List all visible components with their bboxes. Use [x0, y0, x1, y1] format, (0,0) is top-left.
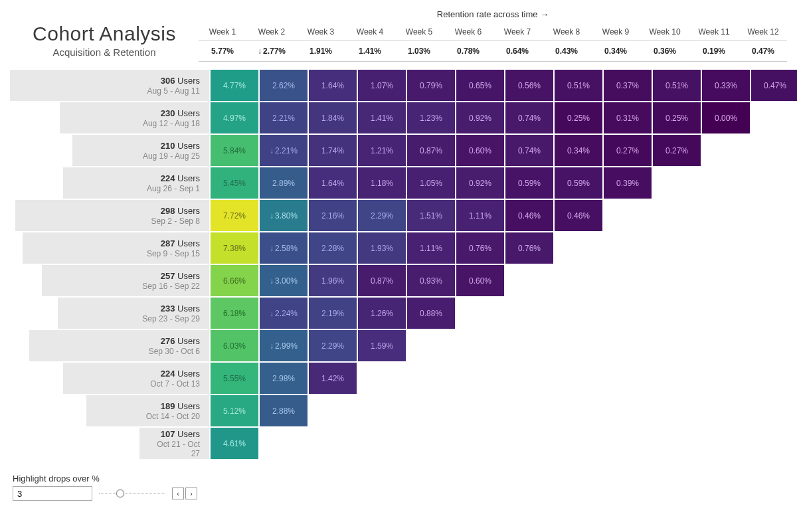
- drop-arrow-icon: ↓: [258, 46, 262, 56]
- heatmap-cell: 1.59%: [358, 330, 406, 361]
- cohort-grid: 306 UsersAug 5 - Aug 114.77%2.62%1.64%1.…: [10, 70, 787, 459]
- heatmap-cell-empty: [653, 298, 701, 329]
- cohort-row-label-col: 233 UsersSep 23 - Sep 29: [10, 298, 209, 329]
- average-row: 5.77%↓2.77%1.91%1.41%1.03%0.78%0.64%0.43…: [199, 41, 787, 62]
- cohort-date-range: Sep 16 - Sep 22: [51, 282, 200, 291]
- drop-arrow-icon: ↓: [270, 309, 274, 318]
- heatmap-cell-empty: [555, 265, 602, 296]
- cohort-users: 210 Users: [82, 141, 200, 151]
- stepper-increase-button[interactable]: ›: [185, 488, 197, 499]
- cohort-users: 189 Users: [96, 401, 200, 411]
- cohort-users: 287 Users: [32, 238, 200, 248]
- heatmap-cell-empty: [751, 428, 797, 459]
- heatmap-cell: ↓3.80%: [260, 200, 308, 231]
- heatmap-cell: 0.46%: [555, 200, 602, 231]
- highlight-threshold-slider[interactable]: [99, 489, 165, 498]
- heatmap-cell-empty: [555, 232, 602, 264]
- heatmap-cell-empty: [751, 167, 797, 199]
- heatmap-cell: 7.38%: [211, 232, 258, 264]
- retention-axis-label: Retention rate across time →: [199, 7, 787, 23]
- heatmap-cell: 0.27%: [604, 135, 652, 166]
- drop-arrow-icon: ↓: [270, 146, 274, 155]
- heatmap-cell-empty: [358, 395, 406, 426]
- cohort-date-range: Aug 12 - Aug 18: [69, 119, 200, 128]
- week-header: Week 8: [543, 23, 590, 41]
- cohort-row: 189 UsersOct 14 - Oct 205.12%2.88%: [10, 395, 787, 426]
- cohort-row-label: 306 UsersAug 5 - Aug 11: [10, 70, 209, 101]
- heatmap-cell: 2.21%: [260, 102, 308, 133]
- cohort-date-range: Sep 2 - Sep 8: [25, 217, 200, 226]
- heatmap-cell-empty: [751, 200, 797, 231]
- heatmap-cell: 2.29%: [309, 330, 357, 361]
- page-subtitle: Acquisition & Retention: [17, 46, 192, 58]
- stepper-decrease-button[interactable]: ‹: [172, 488, 184, 499]
- week-average: ↓2.77%: [248, 41, 296, 61]
- heatmap-cell-empty: [358, 428, 406, 459]
- heatmap-cell: 5.12%: [211, 395, 258, 426]
- cohort-row-label: 287 UsersSep 9 - Sep 15: [23, 232, 209, 264]
- heatmap-cell: 1.11%: [407, 232, 455, 264]
- heatmap-cell: 0.79%: [407, 70, 455, 101]
- heatmap-cell: 1.21%: [358, 135, 406, 166]
- heatmap-cell: 1.84%: [309, 102, 357, 133]
- heatmap-cell-empty: [505, 298, 553, 329]
- cohort-row-label: 107 UsersOct 21 - Oct 27: [139, 428, 209, 459]
- heatmap-cell: 2.28%: [309, 232, 357, 264]
- heatmap-cell: 4.97%: [211, 102, 258, 133]
- heatmap-cell-empty: [751, 330, 797, 361]
- heatmap-cell: 1.07%: [358, 70, 406, 101]
- heatmap-cell: ↓3.00%: [260, 265, 308, 296]
- heatmap-cell-empty: [653, 363, 701, 394]
- cohort-users: 224 Users: [72, 369, 200, 379]
- heatmap-cell: 1.18%: [358, 167, 406, 199]
- cohort-row-label-col: 189 UsersOct 14 - Oct 20: [10, 395, 209, 426]
- heatmap-cell: ↓2.58%: [260, 232, 308, 264]
- cohort-date-range: Sep 9 - Sep 15: [32, 249, 200, 258]
- cohort-row-label: 233 UsersSep 23 - Sep 29: [58, 298, 209, 329]
- heatmap-cell-empty: [505, 428, 553, 459]
- heatmap-cell: 0.59%: [555, 167, 602, 199]
- week-average: 5.77%: [199, 41, 246, 61]
- week-average: 0.19%: [690, 41, 738, 61]
- week-header: Week 4: [346, 23, 394, 41]
- heatmap-cell: 0.60%: [456, 265, 504, 296]
- heatmap-cell-empty: [407, 330, 455, 361]
- cohort-row: 210 UsersAug 19 - Aug 255.84%↓2.21%1.74%…: [10, 135, 787, 166]
- heatmap-cell-empty: [260, 428, 308, 459]
- slider-thumb[interactable]: [116, 489, 124, 497]
- week-header: Week 12: [739, 23, 787, 41]
- cohort-row: 257 UsersSep 16 - Sep 226.66%↓3.00%1.96%…: [10, 265, 787, 296]
- heatmap-cell: 1.93%: [358, 232, 406, 264]
- heatmap-cell: ↓2.21%: [260, 135, 308, 166]
- heatmap-cell: 0.76%: [456, 232, 504, 264]
- week-header: Week 9: [592, 23, 640, 41]
- week-header: Week 10: [641, 23, 689, 41]
- heatmap-cell: 5.45%: [211, 167, 258, 199]
- heatmap-cell: 0.93%: [407, 265, 455, 296]
- cohort-users: 276 Users: [39, 336, 200, 346]
- highlight-threshold-input[interactable]: [13, 486, 92, 501]
- cohort-row-label: 298 UsersSep 2 - Sep 8: [15, 200, 209, 231]
- heatmap-cell: 0.74%: [505, 102, 553, 133]
- cohort-users: 107 Users: [149, 429, 200, 439]
- heatmap-cell-empty: [505, 395, 553, 426]
- cohort-date-range: Oct 21 - Oct 27: [149, 440, 200, 458]
- cohort-users: 230 Users: [69, 108, 200, 118]
- heatmap-cell-empty: [702, 200, 750, 231]
- heatmap-cell-empty: [505, 265, 553, 296]
- cohort-row-label-col: 230 UsersAug 12 - Aug 18: [10, 102, 209, 133]
- heatmap-cell-empty: [604, 298, 652, 329]
- heatmap-cell: 0.31%: [604, 102, 652, 133]
- heatmap-cell: 5.84%: [211, 135, 258, 166]
- cohort-row-label-col: 298 UsersSep 2 - Sep 8: [10, 200, 209, 231]
- heatmap-cell-empty: [456, 298, 504, 329]
- heatmap-cell: ↓2.99%: [260, 330, 308, 361]
- slider-track: [99, 493, 165, 493]
- drop-arrow-icon: ↓: [270, 211, 274, 221]
- header: Cohort Analysis Acquisition & Retention …: [10, 7, 787, 62]
- heatmap-cell-empty: [604, 363, 652, 394]
- cohort-row: 230 UsersAug 12 - Aug 184.97%2.21%1.84%1…: [10, 102, 787, 133]
- cohort-row: 287 UsersSep 9 - Sep 157.38%↓2.58%2.28%1…: [10, 232, 787, 264]
- cohort-row-label: 224 UsersOct 7 - Oct 13: [63, 363, 209, 394]
- cohort-row-label: 210 UsersAug 19 - Aug 25: [72, 135, 209, 166]
